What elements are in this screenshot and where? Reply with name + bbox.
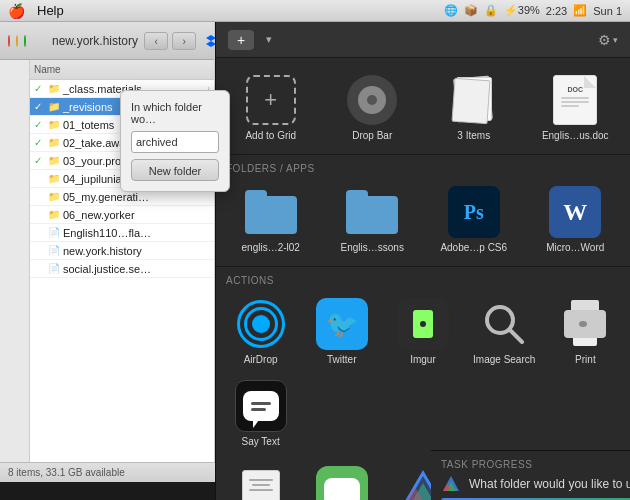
ps-letter: Ps bbox=[464, 201, 484, 224]
menubar-help[interactable]: Help bbox=[37, 3, 64, 18]
speech-bubble bbox=[243, 391, 279, 421]
adobe-ps-label: Adobe…p CS6 bbox=[440, 242, 507, 254]
task-progress: TASK PROGRESS What folder would you like… bbox=[431, 450, 630, 500]
share-line bbox=[249, 479, 273, 481]
share-text-icon bbox=[235, 466, 287, 500]
dropbar-visual bbox=[347, 75, 397, 125]
send-inumber-icon bbox=[316, 466, 368, 500]
doc-line bbox=[561, 97, 589, 99]
airdrop-ring1 bbox=[237, 300, 285, 348]
twitter-label: Twitter bbox=[327, 354, 356, 366]
check-icon: ✓ bbox=[34, 155, 46, 166]
finder-statusbar: 8 items, 33.1 GB available bbox=[0, 462, 215, 482]
close-button[interactable] bbox=[8, 35, 10, 47]
say-text-label: Say Text bbox=[242, 436, 280, 448]
three-items-icon bbox=[448, 74, 500, 126]
msg-bubble bbox=[324, 478, 360, 500]
word-visual: W bbox=[549, 186, 601, 238]
say-text-item[interactable]: Say Text bbox=[220, 372, 301, 454]
doc-visual: DOC bbox=[553, 75, 597, 125]
englis-doc-label: Englis…us.doc bbox=[542, 130, 609, 142]
add-button[interactable]: + bbox=[228, 30, 254, 50]
file-name: _revisions bbox=[63, 101, 113, 113]
maximize-button[interactable] bbox=[24, 35, 26, 47]
new-folder-button[interactable]: New folder bbox=[131, 159, 219, 181]
list-item[interactable]: ✓ 📁 06_new.yorker bbox=[30, 206, 214, 224]
imgur-letter-visual bbox=[413, 310, 433, 338]
three-items-item[interactable]: 3 Items bbox=[423, 66, 525, 148]
check-icon: ✓ bbox=[34, 119, 46, 130]
finder-title: new.york.history bbox=[52, 34, 138, 48]
airdrop-item[interactable]: AirDrop bbox=[220, 290, 301, 372]
folder-icon: 📄 bbox=[48, 263, 60, 274]
share-doc bbox=[242, 470, 280, 500]
twitter-icon: 🐦 bbox=[316, 298, 368, 350]
imgur-item[interactable]: Imgur bbox=[382, 290, 463, 372]
check-icon: ✓ bbox=[34, 137, 46, 148]
top-items-grid: + Add to Grid Drop Bar bbox=[216, 58, 630, 152]
file-name: 06_new.yorker bbox=[63, 209, 135, 221]
doc-line bbox=[561, 105, 579, 107]
printer-top bbox=[571, 300, 599, 310]
englis-doc-icon: DOC bbox=[549, 74, 601, 126]
airdrop-visual bbox=[235, 298, 287, 350]
folder-icon: 📁 bbox=[48, 137, 60, 148]
share-line bbox=[249, 489, 273, 491]
doc-lines bbox=[561, 97, 589, 107]
dropzone-header: + ▾ ⚙ ▾ bbox=[216, 22, 630, 58]
back-button[interactable]: ‹ bbox=[144, 32, 168, 50]
saytext-visual bbox=[235, 380, 287, 432]
menubar-lock: 🔒 bbox=[484, 4, 498, 17]
airdrop-ring3 bbox=[252, 315, 270, 333]
drop-bar-item[interactable]: Drop Bar bbox=[322, 66, 424, 148]
englis-folder-item[interactable]: englis…2-l02 bbox=[220, 178, 322, 260]
printer-light bbox=[579, 321, 587, 327]
englis-ssons-item[interactable]: Englis…ssons bbox=[322, 178, 424, 260]
finder-status-text: 8 items, 33.1 GB available bbox=[8, 467, 125, 478]
minimize-button[interactable] bbox=[16, 35, 18, 47]
send-inumber-item[interactable]: Send i…umber bbox=[301, 458, 382, 500]
add-to-grid-item[interactable]: + Add to Grid bbox=[220, 66, 322, 148]
actions-label: ACTIONS bbox=[216, 269, 630, 290]
micro-word-icon: W bbox=[549, 186, 601, 238]
check-icon: ✓ bbox=[34, 263, 46, 274]
share-text-item[interactable]: Share Text bbox=[220, 458, 301, 500]
image-search-icon bbox=[478, 298, 530, 350]
print-item[interactable]: Print bbox=[545, 290, 626, 372]
list-item[interactable]: ✓ 📄 English110…fla… bbox=[30, 224, 214, 242]
doc-line bbox=[561, 101, 589, 103]
sharetext-visual bbox=[235, 466, 287, 500]
airdrop-ring2 bbox=[244, 307, 278, 341]
doc-type-label: DOC bbox=[567, 86, 583, 93]
dropzone-header-right: ⚙ ▾ bbox=[598, 32, 618, 48]
folder-icon: 📄 bbox=[48, 227, 60, 238]
apple-menu[interactable]: 🍎 bbox=[8, 3, 25, 19]
forward-button[interactable]: › bbox=[172, 32, 196, 50]
list-header: Name bbox=[30, 60, 214, 80]
twitter-item[interactable]: 🐦 Twitter bbox=[301, 290, 382, 372]
list-item[interactable]: ✓ 📄 social.justice.se… bbox=[30, 260, 214, 278]
word-letter: W bbox=[563, 199, 587, 226]
adobe-ps-item[interactable]: Ps Adobe…p CS6 bbox=[423, 178, 525, 260]
folder-icon: 📁 bbox=[48, 173, 60, 184]
doc-ear bbox=[584, 76, 596, 88]
folder-name-input[interactable] bbox=[131, 131, 219, 153]
gear-icon[interactable]: ⚙ bbox=[598, 32, 611, 48]
list-header-label: Name bbox=[34, 64, 61, 75]
menubar-left: 🍎 Help bbox=[8, 3, 64, 19]
add-to-grid-label: Add to Grid bbox=[245, 130, 296, 142]
dropbar-dot bbox=[367, 95, 377, 105]
folder-icon: 📁 bbox=[48, 191, 60, 202]
folders-apps-label: FOLDERS / APPS bbox=[216, 157, 630, 178]
check-icon: ✓ bbox=[34, 101, 46, 112]
micro-word-item[interactable]: W Micro…Word bbox=[525, 178, 627, 260]
popover-title: In which folder wo… bbox=[131, 101, 219, 125]
folder-icon: 📄 bbox=[48, 245, 60, 256]
actions-grid-1: AirDrop 🐦 Twitter Imgur bbox=[216, 290, 630, 458]
check-icon: ✓ bbox=[34, 173, 46, 184]
dropzone-header-left: + ▾ bbox=[228, 30, 272, 50]
englis-doc-item[interactable]: DOC Englis…us.doc bbox=[525, 66, 627, 148]
list-item[interactable]: ✓ 📄 new.york.history bbox=[30, 242, 214, 260]
image-search-item[interactable]: Image Search bbox=[464, 290, 545, 372]
finder-toolbar: new.york.history ‹ › ☰ bbox=[0, 22, 214, 60]
